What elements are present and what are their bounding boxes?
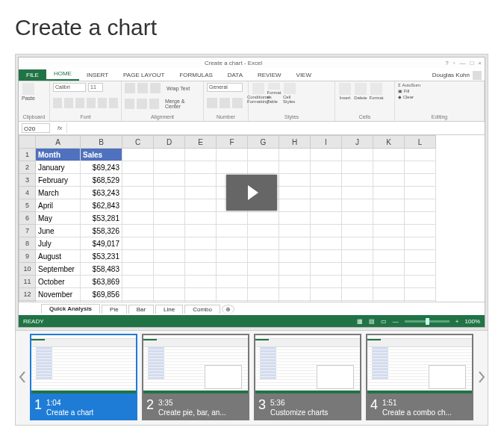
cell[interactable] (248, 237, 279, 250)
cell[interactable] (185, 237, 217, 250)
row-header[interactable]: 11 (19, 276, 36, 288)
row-header[interactable]: 3 (19, 174, 36, 187)
cell[interactable]: $63,243 (81, 187, 122, 199)
cell[interactable] (217, 161, 248, 174)
cell[interactable]: June (36, 225, 81, 237)
cell[interactable] (248, 276, 279, 288)
cell[interactable]: October (36, 276, 81, 288)
cell-styles-button[interactable]: Cell Styles (283, 83, 296, 104)
cell[interactable] (311, 276, 342, 288)
cell[interactable] (122, 149, 154, 161)
cell[interactable] (311, 174, 342, 187)
cell[interactable] (405, 288, 436, 301)
cell[interactable]: $63,869 (81, 276, 122, 288)
cell[interactable] (342, 149, 373, 161)
cell[interactable] (248, 301, 279, 302)
cell[interactable] (154, 212, 185, 225)
tab-view[interactable]: VIEW (289, 69, 319, 81)
tab-insert[interactable]: INSERT (79, 69, 116, 81)
cell[interactable] (342, 288, 373, 301)
cell[interactable] (279, 212, 311, 225)
cell[interactable] (405, 237, 436, 250)
cell[interactable]: $58,326 (81, 225, 122, 237)
number-format-select[interactable]: General (207, 83, 243, 92)
cell[interactable] (279, 161, 311, 174)
cell[interactable] (154, 225, 185, 237)
cell[interactable] (154, 149, 185, 161)
cell[interactable] (154, 161, 185, 174)
cell[interactable] (279, 276, 311, 288)
video-thumbnail[interactable]: 3 5:36Customize charts (254, 334, 361, 420)
cell[interactable]: July (36, 237, 81, 250)
cell[interactable] (342, 263, 373, 276)
cell[interactable] (217, 263, 248, 276)
currency-icon[interactable] (207, 98, 217, 108)
row-header[interactable]: 9 (19, 250, 36, 263)
cell[interactable] (405, 263, 436, 276)
cell[interactable] (122, 161, 154, 174)
cell[interactable] (405, 187, 436, 199)
cell[interactable] (122, 263, 154, 276)
sheet-tab[interactable]: Combo (184, 305, 220, 314)
help-icon[interactable]: ? (445, 60, 448, 66)
font-name-select[interactable]: Calibri (53, 83, 86, 92)
maximize-icon[interactable]: □ (470, 60, 473, 66)
align-cent-icon[interactable] (137, 99, 146, 109)
cell[interactable] (217, 301, 248, 302)
cell[interactable] (122, 225, 154, 237)
video-player[interactable]: Create a chart - Excel ? ▫ — □ × FILE HO… (16, 55, 488, 331)
video-thumbnail[interactable]: 4 1:51Create a combo ch... (366, 334, 473, 420)
cell[interactable] (311, 225, 342, 237)
row-header[interactable]: 12 (19, 288, 36, 301)
cell[interactable]: May (36, 212, 81, 225)
cell[interactable] (217, 212, 248, 225)
cell[interactable] (154, 263, 185, 276)
conditional-formatting-button[interactable]: Conditional Formatting (252, 83, 265, 104)
column-header[interactable]: A (36, 136, 81, 149)
tab-formulas[interactable]: FORMULAS (172, 69, 220, 81)
cell[interactable] (311, 237, 342, 250)
video-thumbnail[interactable]: 2 3:35Create pie, bar, an... (142, 334, 249, 420)
cell[interactable] (405, 161, 436, 174)
cell[interactable] (311, 250, 342, 263)
cell[interactable] (185, 225, 217, 237)
cell[interactable] (248, 225, 279, 237)
cell[interactable] (185, 301, 217, 302)
row-header[interactable]: 1 (19, 149, 36, 161)
font-color-icon[interactable] (109, 98, 118, 108)
row-header[interactable]: 13 (19, 301, 36, 302)
zoom-slider[interactable] (405, 320, 449, 323)
view-normal-icon[interactable]: ▦ (357, 318, 363, 325)
cell[interactable]: December (36, 301, 81, 302)
cell[interactable] (311, 212, 342, 225)
cell[interactable] (185, 149, 217, 161)
ribbon-display-icon[interactable]: ▫ (453, 60, 455, 66)
align-bot-icon[interactable] (150, 83, 161, 93)
cell[interactable] (373, 225, 405, 237)
carousel-prev-button[interactable] (16, 334, 28, 420)
cell[interactable] (405, 276, 436, 288)
cell[interactable] (342, 225, 373, 237)
cell[interactable] (248, 250, 279, 263)
cell[interactable] (217, 225, 248, 237)
cell[interactable]: February (36, 174, 81, 187)
sheet-tab[interactable]: Line (155, 305, 183, 314)
cell[interactable] (185, 199, 217, 212)
row-header[interactable]: 4 (19, 187, 36, 199)
cell[interactable] (373, 301, 405, 302)
tab-data[interactable]: DATA (220, 69, 250, 81)
sheet-tab[interactable]: Pie (102, 305, 127, 314)
sheet-tab[interactable]: Bar (128, 305, 154, 314)
cell[interactable] (373, 263, 405, 276)
column-header[interactable]: B (81, 136, 122, 149)
cell[interactable] (279, 225, 311, 237)
column-header[interactable]: C (122, 136, 154, 149)
cell[interactable] (373, 161, 405, 174)
column-header[interactable]: K (373, 136, 405, 149)
cell[interactable] (311, 187, 342, 199)
column-header[interactable]: J (342, 136, 373, 149)
cell[interactable] (279, 149, 311, 161)
cell[interactable] (154, 288, 185, 301)
tab-review[interactable]: REVIEW (250, 69, 289, 81)
cell[interactable] (248, 161, 279, 174)
